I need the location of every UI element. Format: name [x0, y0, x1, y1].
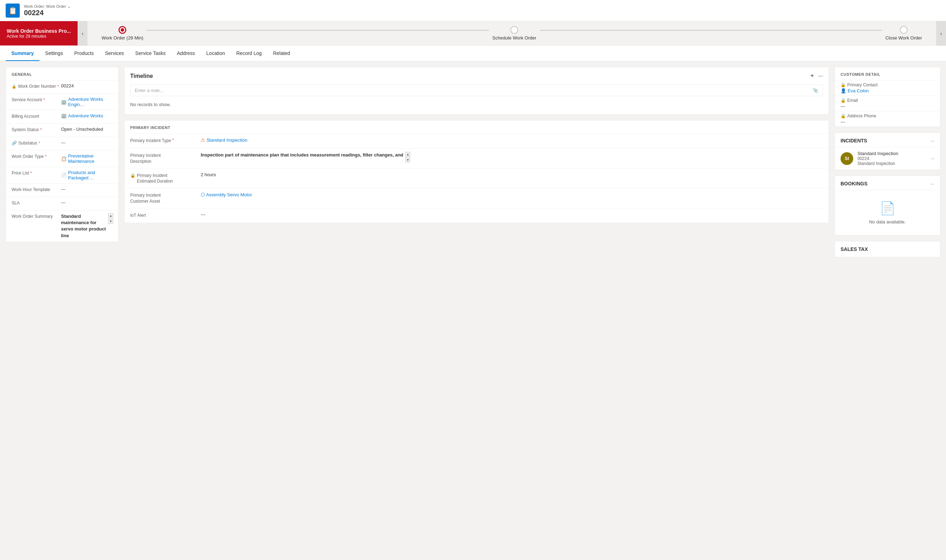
- no-data-icon: 📄: [880, 201, 895, 216]
- tab-address[interactable]: Address: [171, 46, 201, 61]
- field-label-substatus: 🔗 Substatus *: [12, 140, 61, 146]
- field-system-status: System Status * Open - Unscheduled: [6, 123, 118, 137]
- incident-field-iot: IoT Alert ---: [125, 208, 829, 223]
- incident-value-iot: ---: [201, 212, 823, 217]
- tab-services[interactable]: Services: [99, 46, 130, 61]
- incident-type: Standard Inspection: [858, 161, 926, 166]
- lock-icon-duration: 🔒: [130, 173, 136, 178]
- field-billing-account: Billing Account 🏢 Adventure Works: [6, 110, 118, 123]
- incident-value-asset: ⬡ Assembly Servo Motor: [201, 192, 823, 197]
- clipboard-icon-2: 📋: [61, 156, 67, 162]
- timeline-title: Timeline: [130, 73, 153, 79]
- timeline-more-button[interactable]: ···: [818, 73, 823, 79]
- bpf-active-subtitle: Active for 29 minutes: [7, 34, 71, 39]
- bpf-nav-right[interactable]: ›: [936, 21, 946, 45]
- incidents-more-button[interactable]: ···: [931, 138, 934, 143]
- timeline-add-button[interactable]: +: [810, 72, 814, 80]
- incident-number: 00224: [858, 156, 926, 161]
- field-value-billing-account[interactable]: 🏢 Adventure Works: [61, 113, 113, 118]
- incident-label-iot: IoT Alert: [130, 212, 201, 218]
- field-price-list: Price List * 📄 Products and Packaged ...: [6, 167, 118, 183]
- field-address-phone: 🔒 Address Phone ---: [835, 111, 940, 126]
- tab-navigation: Summary Settings Products Services Servi…: [0, 46, 946, 62]
- bpf-step-close[interactable]: Close Work Order: [885, 26, 922, 40]
- field-value-work-order-type[interactable]: 📋 Preventative Maintenance: [61, 153, 113, 164]
- value-primary-contact[interactable]: 👤 Eva Colon: [841, 88, 934, 93]
- incident-info: Standard Inspection 00224 Standard Inspe…: [858, 151, 926, 166]
- bpf-step-work-order[interactable]: Work Order (29 Min): [102, 26, 143, 40]
- incident-section-title: PRIMARY INCIDENT: [125, 120, 829, 133]
- incident-field-asset: Primary IncidentCustomer Asset ⬡ Assembl…: [125, 188, 829, 208]
- customer-detail-title: CUSTOMER DETAIL: [835, 67, 940, 80]
- incident-value-description: Inspection part of maintenance plan that…: [201, 152, 403, 158]
- incident-item: SI Standard Inspection 00224 Standard In…: [835, 147, 940, 169]
- desc-scroll-up[interactable]: ▲: [405, 152, 410, 157]
- timeline-input-area: Enter a note... 📎: [125, 85, 829, 99]
- bpf-step-circle-1: [119, 26, 126, 34]
- label-email: 🔒 Email: [841, 98, 934, 103]
- tab-summary[interactable]: Summary: [6, 46, 40, 61]
- incident-value-type: ⚠ Standard Inspection: [201, 137, 823, 143]
- bpf-connector-1: [147, 30, 489, 31]
- primary-incident-card: PRIMARY INCIDENT Primary Incident Type *…: [124, 120, 829, 223]
- incident-field-description: Primary IncidentDescription Inspection p…: [125, 148, 829, 168]
- left-column: GENERAL 🔒 Work Order Number * 00224 Serv…: [6, 67, 119, 242]
- chevron-down-icon[interactable]: ⌄: [67, 4, 71, 9]
- tab-products[interactable]: Products: [68, 46, 99, 61]
- field-value-service-account[interactable]: 🏢 Adventure Works Engin...: [61, 97, 113, 107]
- field-label-billing-account: Billing Account: [12, 113, 61, 119]
- app-icon: 📋: [6, 3, 20, 18]
- field-work-hour-template: Work Hour Template ---: [6, 183, 118, 197]
- field-value-price-list[interactable]: 📄 Products and Packaged ...: [61, 170, 113, 180]
- scroll-up-button[interactable]: ▲: [108, 213, 113, 218]
- bookings-card: BOOKINGS ··· 📄 No data available.: [835, 175, 940, 235]
- standard-inspection-link[interactable]: Standard Inspection: [207, 137, 248, 143]
- tab-related[interactable]: Related: [267, 46, 296, 61]
- bpf-nav-left[interactable]: ‹: [77, 21, 88, 45]
- tab-record-log[interactable]: Record Log: [231, 46, 267, 61]
- bpf-step-label-2: Schedule Work Order: [492, 35, 537, 40]
- incident-item-more-button[interactable]: ···: [931, 156, 934, 161]
- scroll-down-button[interactable]: ▼: [108, 219, 113, 224]
- field-label-system-status: System Status *: [12, 126, 61, 132]
- tab-service-tasks[interactable]: Service Tasks: [130, 46, 171, 61]
- timeline-empty-message: No records to show.: [125, 99, 829, 114]
- incident-value-duration: 2 hours: [201, 172, 823, 177]
- field-substatus: 🔗 Substatus * ---: [6, 137, 118, 150]
- summary-scroll-area: Standard maintenance for servo motor pro…: [61, 213, 113, 239]
- field-label-work-order-type: Work Order Type *: [12, 153, 61, 159]
- bookings-more-button[interactable]: ···: [931, 181, 934, 186]
- tab-settings[interactable]: Settings: [40, 46, 69, 61]
- building-icon-2: 🏢: [61, 113, 67, 118]
- field-value-work-order-number: 00224: [61, 83, 113, 88]
- bpf-active-stage[interactable]: Work Order Business Pro... Active for 29…: [0, 21, 77, 45]
- header-sub-title: Work Order: Work Order ⌄: [24, 4, 71, 9]
- right-column: CUSTOMER DETAIL 🔒 Primary Contact 👤 Eva …: [835, 67, 940, 257]
- incident-description-area: Inspection part of maintenance plan that…: [201, 152, 823, 163]
- bpf-active-title: Work Order Business Pro...: [7, 28, 71, 34]
- field-value-system-status: Open - Unscheduled: [61, 126, 113, 132]
- field-label-sla: SLA: [12, 200, 61, 205]
- field-primary-contact: 🔒 Primary Contact 👤 Eva Colon: [835, 80, 940, 95]
- incident-label-asset: Primary IncidentCustomer Asset: [130, 192, 201, 205]
- field-sla: SLA ---: [6, 197, 118, 210]
- field-label-price-list: Price List *: [12, 170, 61, 175]
- clipboard-icon: 📋: [8, 6, 17, 15]
- doc-icon: 📄: [61, 173, 67, 178]
- assembly-servo-link[interactable]: Assembly Servo Motor: [206, 192, 252, 197]
- incident-field-type: Primary Incident Type * ⚠ Standard Inspe…: [125, 133, 829, 148]
- attachment-icon: 📎: [813, 88, 818, 93]
- bpf-step-circle-2: [511, 26, 518, 34]
- header-main-title: 00224: [24, 9, 71, 17]
- desc-scroll-down[interactable]: ▼: [405, 157, 410, 163]
- tab-location[interactable]: Location: [201, 46, 231, 61]
- incident-label-duration: 🔒 Primary IncidentEstimated Duration: [130, 172, 201, 185]
- incidents-header: INCIDENTS ···: [835, 133, 940, 147]
- timeline-header: Timeline + ···: [125, 67, 829, 85]
- main-content: GENERAL 🔒 Work Order Number * 00224 Serv…: [0, 62, 946, 560]
- incident-label-type: Primary Incident Type *: [130, 137, 201, 144]
- timeline-note-input[interactable]: Enter a note... 📎: [130, 85, 823, 96]
- contact-icon: 👤: [841, 88, 846, 93]
- bpf-step-schedule[interactable]: Schedule Work Order: [492, 26, 537, 40]
- field-label-work-order-summary: Work Order Summary: [12, 213, 61, 219]
